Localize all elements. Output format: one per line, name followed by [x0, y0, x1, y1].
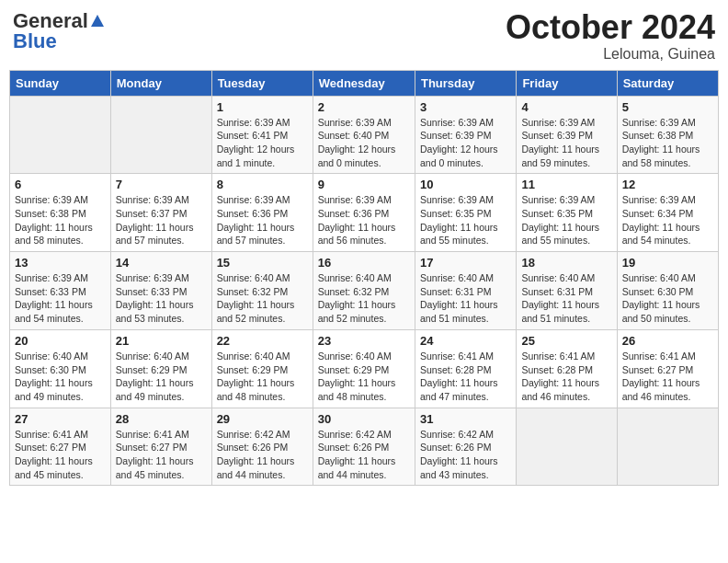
day-detail: Sunrise: 6:40 AMSunset: 6:30 PMDaylight:…: [15, 350, 106, 404]
calendar-cell: 7Sunrise: 6:39 AMSunset: 6:37 PMDaylight…: [110, 174, 211, 252]
header-friday: Friday: [517, 70, 617, 96]
calendar-cell: 4Sunrise: 6:39 AMSunset: 6:39 PMDaylight…: [517, 96, 617, 174]
calendar-week-row: 20Sunrise: 6:40 AMSunset: 6:30 PMDayligh…: [10, 329, 719, 408]
day-number: 21: [116, 334, 207, 348]
calendar-cell: 5Sunrise: 6:39 AMSunset: 6:38 PMDaylight…: [617, 96, 718, 174]
day-number: 13: [15, 256, 106, 270]
calendar-cell: 15Sunrise: 6:40 AMSunset: 6:32 PMDayligh…: [211, 252, 313, 330]
day-number: 5: [622, 100, 713, 114]
calendar-cell: 16Sunrise: 6:40 AMSunset: 6:32 PMDayligh…: [313, 252, 415, 330]
day-detail: Sunrise: 6:39 AMSunset: 6:39 PMDaylight:…: [420, 116, 511, 170]
calendar-cell: 18Sunrise: 6:40 AMSunset: 6:31 PMDayligh…: [517, 252, 617, 330]
logo-blue-text: Blue: [13, 29, 57, 53]
calendar-cell: [617, 408, 718, 486]
calendar-cell: [110, 96, 211, 174]
calendar-header-row: SundayMondayTuesdayWednesdayThursdayFrid…: [10, 70, 719, 96]
calendar-cell: 29Sunrise: 6:42 AMSunset: 6:26 PMDayligh…: [211, 408, 313, 486]
header-tuesday: Tuesday: [211, 70, 313, 96]
calendar-cell: 27Sunrise: 6:41 AMSunset: 6:27 PMDayligh…: [10, 408, 111, 486]
day-detail: Sunrise: 6:39 AMSunset: 6:40 PMDaylight:…: [318, 116, 410, 170]
calendar-cell: 23Sunrise: 6:40 AMSunset: 6:29 PMDayligh…: [313, 329, 415, 408]
month-title: October 2024: [506, 9, 715, 46]
day-detail: Sunrise: 6:41 AMSunset: 6:28 PMDaylight:…: [521, 350, 611, 404]
calendar-cell: 19Sunrise: 6:40 AMSunset: 6:30 PMDayligh…: [617, 252, 718, 330]
day-number: 6: [15, 178, 106, 191]
day-detail: Sunrise: 6:39 AMSunset: 6:36 PMDaylight:…: [217, 193, 308, 247]
calendar-cell: [10, 96, 111, 174]
header-wednesday: Wednesday: [313, 70, 415, 96]
day-detail: Sunrise: 6:39 AMSunset: 6:33 PMDaylight:…: [116, 271, 207, 326]
calendar-cell: 31Sunrise: 6:42 AMSunset: 6:26 PMDayligh…: [415, 408, 516, 486]
day-detail: Sunrise: 6:39 AMSunset: 6:39 PMDaylight:…: [521, 116, 611, 170]
calendar-cell: 20Sunrise: 6:40 AMSunset: 6:30 PMDayligh…: [10, 329, 111, 408]
calendar-cell: 3Sunrise: 6:39 AMSunset: 6:39 PMDaylight…: [415, 96, 516, 174]
day-number: 3: [420, 100, 511, 114]
header-sunday: Sunday: [10, 70, 111, 96]
day-detail: Sunrise: 6:40 AMSunset: 6:29 PMDaylight:…: [116, 350, 207, 404]
calendar-cell: [517, 408, 617, 486]
calendar-cell: 17Sunrise: 6:40 AMSunset: 6:31 PMDayligh…: [415, 252, 516, 330]
calendar-week-row: 1Sunrise: 6:39 AMSunset: 6:41 PMDaylight…: [10, 96, 719, 174]
day-number: 22: [217, 334, 308, 348]
day-number: 8: [217, 178, 308, 191]
day-number: 2: [318, 100, 410, 114]
day-detail: Sunrise: 6:40 AMSunset: 6:31 PMDaylight:…: [521, 271, 611, 326]
title-area: October 2024 Lelouma, Guinea: [506, 9, 715, 63]
day-number: 16: [318, 256, 410, 270]
calendar-cell: 26Sunrise: 6:41 AMSunset: 6:27 PMDayligh…: [617, 329, 718, 408]
day-number: 12: [622, 178, 713, 191]
day-number: 10: [420, 178, 511, 191]
day-detail: Sunrise: 6:41 AMSunset: 6:27 PMDaylight:…: [116, 428, 207, 482]
logo-triangle-icon: [91, 15, 104, 27]
day-number: 25: [521, 334, 611, 348]
day-number: 7: [116, 178, 207, 191]
calendar-cell: 9Sunrise: 6:39 AMSunset: 6:36 PMDaylight…: [313, 174, 415, 252]
day-detail: Sunrise: 6:40 AMSunset: 6:32 PMDaylight:…: [318, 271, 410, 326]
calendar-cell: 30Sunrise: 6:42 AMSunset: 6:26 PMDayligh…: [313, 408, 415, 486]
day-number: 30: [318, 412, 410, 426]
day-number: 26: [622, 334, 713, 348]
day-detail: Sunrise: 6:39 AMSunset: 6:38 PMDaylight:…: [622, 116, 713, 170]
day-number: 27: [15, 412, 106, 426]
day-detail: Sunrise: 6:40 AMSunset: 6:30 PMDaylight:…: [622, 271, 713, 326]
day-detail: Sunrise: 6:39 AMSunset: 6:41 PMDaylight:…: [217, 116, 308, 170]
day-detail: Sunrise: 6:40 AMSunset: 6:32 PMDaylight:…: [217, 271, 308, 326]
calendar-cell: 11Sunrise: 6:39 AMSunset: 6:35 PMDayligh…: [517, 174, 617, 252]
calendar-cell: 10Sunrise: 6:39 AMSunset: 6:35 PMDayligh…: [415, 174, 516, 252]
calendar-cell: 25Sunrise: 6:41 AMSunset: 6:28 PMDayligh…: [517, 329, 617, 408]
header-thursday: Thursday: [415, 70, 516, 96]
day-detail: Sunrise: 6:42 AMSunset: 6:26 PMDaylight:…: [318, 428, 410, 482]
calendar-week-row: 13Sunrise: 6:39 AMSunset: 6:33 PMDayligh…: [10, 252, 719, 330]
day-number: 31: [420, 412, 511, 426]
calendar-cell: 14Sunrise: 6:39 AMSunset: 6:33 PMDayligh…: [110, 252, 211, 330]
calendar-cell: 1Sunrise: 6:39 AMSunset: 6:41 PMDaylight…: [211, 96, 313, 174]
day-detail: Sunrise: 6:42 AMSunset: 6:26 PMDaylight:…: [217, 428, 308, 482]
day-detail: Sunrise: 6:40 AMSunset: 6:29 PMDaylight:…: [217, 350, 308, 404]
calendar-cell: 22Sunrise: 6:40 AMSunset: 6:29 PMDayligh…: [211, 329, 313, 408]
page-header: General Blue October 2024 Lelouma, Guine…: [9, 9, 719, 63]
day-number: 23: [318, 334, 410, 348]
day-detail: Sunrise: 6:41 AMSunset: 6:28 PMDaylight:…: [420, 350, 511, 404]
day-number: 11: [521, 178, 611, 191]
day-detail: Sunrise: 6:39 AMSunset: 6:35 PMDaylight:…: [521, 193, 611, 247]
day-number: 15: [217, 256, 308, 270]
day-number: 20: [15, 334, 106, 348]
day-detail: Sunrise: 6:39 AMSunset: 6:38 PMDaylight:…: [15, 193, 106, 247]
header-monday: Monday: [110, 70, 211, 96]
day-number: 18: [521, 256, 611, 270]
day-detail: Sunrise: 6:42 AMSunset: 6:26 PMDaylight:…: [420, 428, 511, 482]
day-number: 24: [420, 334, 511, 348]
calendar-cell: 8Sunrise: 6:39 AMSunset: 6:36 PMDaylight…: [211, 174, 313, 252]
day-detail: Sunrise: 6:39 AMSunset: 6:36 PMDaylight:…: [318, 193, 410, 247]
day-number: 19: [622, 256, 713, 270]
day-detail: Sunrise: 6:40 AMSunset: 6:31 PMDaylight:…: [420, 271, 511, 326]
calendar-cell: 6Sunrise: 6:39 AMSunset: 6:38 PMDaylight…: [10, 174, 111, 252]
day-detail: Sunrise: 6:39 AMSunset: 6:33 PMDaylight:…: [15, 271, 106, 326]
calendar-cell: 21Sunrise: 6:40 AMSunset: 6:29 PMDayligh…: [110, 329, 211, 408]
calendar-cell: 12Sunrise: 6:39 AMSunset: 6:34 PMDayligh…: [617, 174, 718, 252]
calendar-week-row: 27Sunrise: 6:41 AMSunset: 6:27 PMDayligh…: [10, 408, 719, 486]
day-number: 29: [217, 412, 308, 426]
day-detail: Sunrise: 6:39 AMSunset: 6:34 PMDaylight:…: [622, 193, 713, 247]
day-detail: Sunrise: 6:41 AMSunset: 6:27 PMDaylight:…: [15, 428, 106, 482]
day-number: 1: [217, 100, 308, 114]
